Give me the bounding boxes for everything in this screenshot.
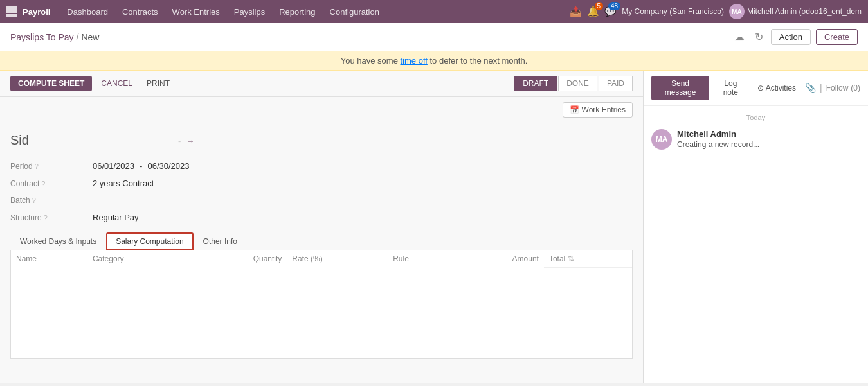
tab-worked-days[interactable]: Worked Days & Inputs [10,232,106,250]
form-content: - → Period ? 06/01/2023 - 06/30/2023 [0,118,643,369]
notification-badge: 5 [595,2,604,10]
menu-payslips[interactable]: Payslips [228,4,271,19]
col-category: Category [87,250,190,268]
employee-arrow-icon[interactable]: → [186,136,194,146]
form-fields: Period ? 06/01/2023 - 06/30/2023 Contrac… [10,159,633,225]
status-paid[interactable]: PAID [599,76,633,91]
breadcrumb: Payslips To Pay / New [10,32,99,42]
menu-contracts[interactable]: Contracts [116,4,165,19]
activities-button[interactable]: ⊙ Activities [752,80,801,96]
paperclip-icon[interactable]: 📎 [805,83,816,93]
structure-help-icon[interactable]: ? [44,214,48,222]
work-entries-label: Work Entries [582,105,626,114]
breadcrumb-bar: Payslips To Pay / New ☁ ↻ Action Create [0,23,868,51]
message-text: Creating a new record... [677,140,860,149]
action-button[interactable]: Action [771,29,811,45]
period-to: 06/30/2023 [147,161,189,171]
tab-bar: Worked Days & Inputs Salary Computation … [10,232,633,250]
followers-count: (0) [851,83,860,92]
batch-label: Batch ? [10,193,87,207]
compute-sheet-button[interactable]: COMPUTE SHEET [10,76,92,91]
breadcrumb-actions: ☁ ↻ Action Create [732,28,858,46]
status-draft[interactable]: DRAFT [514,76,557,91]
period-value: 06/01/2023 - 06/30/2023 [93,159,633,173]
notification-bell[interactable]: 🔔5 [587,6,599,17]
salary-table: Name Category Quantity Rate (%) Rule Amo… [11,250,632,358]
chatter-message: MA Mitchell Admin Creating a new record.… [651,129,860,150]
activities-label: Activities [766,83,796,92]
user-avatar: MA [729,4,745,19]
breadcrumb-parent[interactable]: Payslips To Pay [10,32,74,42]
message-content: Mitchell Admin Creating a new record... [677,129,860,150]
col-total: Total ⇅ [544,250,632,268]
col-rule: Rule [388,250,453,268]
col-rate: Rate (%) [287,250,388,268]
salary-table-container: Name Category Quantity Rate (%) Rule Amo… [10,250,633,359]
form-toolbar: COMPUTE SHEET CANCEL PRINT DRAFT DONE PA… [0,71,643,97]
work-entries-button[interactable]: 📅 Work Entries [563,102,633,118]
form-toolbar-left: COMPUTE SHEET CANCEL PRINT [10,76,175,91]
form-area: COMPUTE SHEET CANCEL PRINT DRAFT DONE PA… [0,71,643,383]
period-help-icon[interactable]: ? [35,162,39,170]
main-menu: Dashboard Contracts Work Entries Payslip… [60,4,559,19]
tab-other-info[interactable]: Other Info [194,232,247,250]
table-row [11,268,632,286]
chat-badge: 48 [608,2,620,10]
app-name: Payroll [23,7,50,17]
company-name: My Company (San Francisco) [622,7,724,16]
contract-label: Contract ? [10,176,87,191]
app-logo[interactable]: Payroll [6,6,50,17]
contract-help-icon[interactable]: ? [41,180,45,188]
table-row [11,286,632,304]
refresh-icon[interactable]: ↻ [752,28,766,46]
employee-separator: - [178,136,181,146]
status-done[interactable]: DONE [558,76,597,91]
main-layout: COMPUTE SHEET CANCEL PRINT DRAFT DONE PA… [0,71,868,383]
table-row [11,340,632,358]
upload-action-icon[interactable]: ☁ [732,28,747,46]
col-name: Name [11,250,87,268]
banner-link[interactable]: time off [401,56,428,66]
chatter-body: Today MA Mitchell Admin Creating a new r… [644,106,868,383]
upload-icon[interactable]: 📤 [570,6,582,17]
period-label: Period ? [10,159,87,173]
user-profile[interactable]: MA Mitchell Admin (odoo16_ent_dem [729,4,862,19]
sort-icon[interactable]: ⇅ [568,254,574,263]
tab-salary-computation[interactable]: Salary Computation [106,232,193,250]
print-button[interactable]: PRINT [141,76,175,91]
work-entries-btn-row: 📅 Work Entries [0,97,643,118]
cancel-button[interactable]: CANCEL [96,76,138,91]
chat-icon[interactable]: 💬48 [604,6,617,17]
log-note-button[interactable]: Log note [713,76,748,100]
batch-value [93,193,633,207]
banner-text: You have some time off to defer to the n… [341,56,528,66]
follow-button[interactable]: Follow (0) [826,83,860,93]
structure-value: Regular Pay [93,210,633,225]
menu-dashboard[interactable]: Dashboard [60,4,114,19]
chatter-right-icons: 📎 | Follow (0) [805,83,860,93]
menu-reporting[interactable]: Reporting [273,4,321,19]
employee-input[interactable] [10,133,173,148]
col-quantity: Quantity [190,250,287,268]
send-message-button[interactable]: Send message [651,76,709,100]
topnav-right: 📤 🔔5 💬48 My Company (San Francisco) MA M… [570,4,862,19]
message-avatar: MA [651,129,672,150]
chatter-date: Today [651,114,860,121]
calendar-icon: 📅 [570,105,579,114]
activities-icon: ⊙ [757,83,764,92]
breadcrumb-separator: / [77,32,79,42]
follow-label: Follow [826,83,849,92]
period-from: 06/01/2023 [93,161,134,171]
create-button[interactable]: Create [816,29,858,45]
col-amount: Amount [453,250,544,268]
structure-label: Structure ? [10,210,87,225]
batch-help-icon[interactable]: ? [32,197,36,204]
grid-icon [6,6,17,17]
contract-value: 2 years Contract [93,176,633,191]
menu-work-entries[interactable]: Work Entries [166,4,226,19]
menu-configuration[interactable]: Configuration [323,4,386,19]
breadcrumb-current: New [81,32,99,42]
chatter-panel: Send message Log note ⊙ Activities 📎 | F… [643,71,868,383]
table-row [11,304,632,322]
message-author: Mitchell Admin [677,129,860,139]
